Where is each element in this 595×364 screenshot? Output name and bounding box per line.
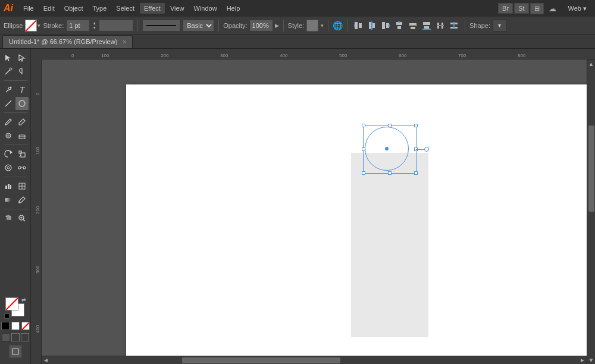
scroll-left-arrow[interactable]: ◄ — [42, 356, 50, 365]
svg-rect-6 — [382, 22, 385, 29]
column-graph-tool[interactable] — [2, 180, 15, 193]
menu-select[interactable]: Select — [112, 3, 139, 14]
scroll-up-arrow[interactable]: ▲ — [587, 59, 596, 68]
stroke-value-input[interactable] — [66, 20, 90, 32]
menu-view[interactable]: View — [166, 3, 189, 14]
align-btn-1[interactable] — [352, 19, 365, 32]
none-swatch[interactable] — [21, 322, 30, 330]
magic-wand-tool[interactable] — [2, 65, 15, 78]
screen-mode-btn[interactable] — [9, 345, 22, 358]
svg-rect-13 — [411, 27, 415, 29]
distribute-btn-1[interactable] — [434, 19, 447, 32]
style-swatch[interactable] — [306, 20, 318, 32]
menu-bar: Ai File Edit Object Type Select Effect V… — [0, 0, 595, 17]
scale-tool[interactable] — [15, 148, 29, 161]
align-btn-4[interactable] — [393, 19, 406, 32]
svg-rect-11 — [398, 21, 400, 23]
ruler-vertical: 0 100 200 300 400 — [31, 59, 42, 364]
line-tool[interactable] — [2, 97, 15, 110]
svg-text:800: 800 — [518, 53, 526, 58]
handle-top-left[interactable] — [362, 124, 365, 127]
ellipse-object[interactable] — [363, 125, 416, 174]
align-btn-2[interactable] — [365, 19, 378, 32]
menu-object[interactable]: Object — [60, 3, 87, 14]
normal-mode-btn[interactable] — [2, 333, 10, 341]
menu-help[interactable]: Help — [223, 3, 245, 14]
style-arrow[interactable]: ▾ — [321, 23, 324, 29]
menu-effect[interactable]: Effect — [140, 3, 165, 14]
ellipse-tool[interactable] — [15, 97, 29, 110]
stroke-arrows[interactable]: ▲ ▼ — [92, 21, 96, 30]
stroke-input[interactable] — [99, 20, 133, 32]
opacity-arrow[interactable]: ▶ — [275, 23, 279, 29]
cloud-icon[interactable]: ☁ — [545, 3, 560, 14]
stock-btn[interactable]: St — [514, 3, 528, 14]
eraser-tool[interactable] — [15, 129, 29, 142]
menu-edit[interactable]: Edit — [39, 3, 59, 14]
vertical-scrollbar[interactable]: ▲ ▼ — [587, 59, 595, 364]
stroke-label: Stroke: — [43, 22, 64, 29]
lasso-tool[interactable] — [15, 65, 29, 78]
menu-window[interactable]: Window — [190, 3, 221, 14]
fill-swatch[interactable] — [25, 20, 37, 32]
align-btn-6[interactable] — [420, 19, 433, 32]
blob-brush-tool[interactable] — [2, 129, 15, 142]
white-swatch[interactable] — [11, 322, 20, 330]
black-swatch[interactable] — [1, 322, 10, 330]
paintbrush-tool[interactable] — [2, 115, 15, 128]
behind-mode-btn[interactable] — [11, 333, 20, 341]
rotate-tool[interactable] — [2, 148, 15, 161]
handle-bottom-left[interactable] — [362, 171, 365, 175]
layout-btn[interactable]: ⊞ — [530, 3, 544, 14]
scroll-down-arrow[interactable]: ▼ — [587, 356, 596, 364]
svg-rect-14 — [409, 25, 417, 26]
radius-handle[interactable] — [424, 147, 429, 152]
handle-bottom-right[interactable] — [414, 171, 418, 175]
mesh-tool[interactable] — [15, 180, 29, 193]
type-tool[interactable]: T — [15, 83, 29, 96]
inside-mode-btn[interactable] — [21, 333, 29, 341]
eyedropper-tool[interactable] — [15, 193, 29, 206]
warp-row — [2, 161, 29, 174]
fill-arrow[interactable]: ▾ — [37, 23, 40, 29]
zoom-tool-btn[interactable] — [15, 212, 29, 225]
scroll-thumb[interactable] — [588, 125, 594, 212]
globe-icon[interactable]: 🌐 — [333, 21, 343, 30]
svg-text:0: 0 — [71, 53, 74, 58]
align-btn-5[interactable] — [406, 19, 419, 32]
default-colors[interactable] — [4, 313, 10, 319]
fill-stroke-boxes: ⇄ — [4, 296, 27, 319]
svg-rect-23 — [453, 22, 455, 29]
blend-tool[interactable] — [15, 161, 29, 174]
web-menu[interactable]: Web ▾ — [563, 3, 591, 14]
horizontal-scrollbar[interactable]: ◄ ► — [42, 356, 587, 364]
pen-tool[interactable] — [2, 83, 15, 96]
hand-tool[interactable] — [2, 212, 15, 225]
align-btn-3[interactable] — [379, 19, 392, 32]
selection-tool[interactable] — [2, 51, 15, 64]
scroll-h-thumb[interactable] — [182, 357, 340, 363]
fill-color-box[interactable] — [5, 297, 18, 310]
document-tab[interactable]: Untitled-1* @ 66.67% (RGB/Preview) × — [2, 35, 133, 48]
handle-top-right[interactable] — [414, 124, 418, 127]
svg-text:100: 100 — [101, 53, 109, 58]
scroll-right-arrow[interactable]: ► — [578, 356, 587, 365]
swap-arrows[interactable]: ⇄ — [21, 297, 26, 303]
distribute-btn-2[interactable] — [447, 19, 461, 32]
warp-tool[interactable] — [2, 161, 15, 174]
tab-close-btn[interactable]: × — [123, 39, 126, 45]
shape-dropdown-btn[interactable]: ▾ — [493, 20, 507, 32]
stroke-style[interactable] — [142, 20, 180, 32]
bridge-btn[interactable]: Br — [498, 3, 513, 14]
handle-bottom-center[interactable] — [388, 171, 392, 175]
brush-select[interactable]: Basic — [183, 20, 214, 32]
canvas-area[interactable]: 0 100 200 300 400 500 600 700 800 0 100 … — [31, 49, 595, 364]
opacity-label: Opacity: — [223, 22, 247, 29]
svg-rect-41 — [8, 184, 10, 189]
menu-type[interactable]: Type — [89, 3, 111, 14]
direct-selection-tool[interactable] — [15, 51, 29, 64]
menu-file[interactable]: File — [19, 3, 38, 14]
gradient-tool[interactable] — [2, 193, 15, 206]
opacity-input[interactable] — [249, 20, 273, 32]
pencil-tool[interactable] — [15, 115, 29, 128]
